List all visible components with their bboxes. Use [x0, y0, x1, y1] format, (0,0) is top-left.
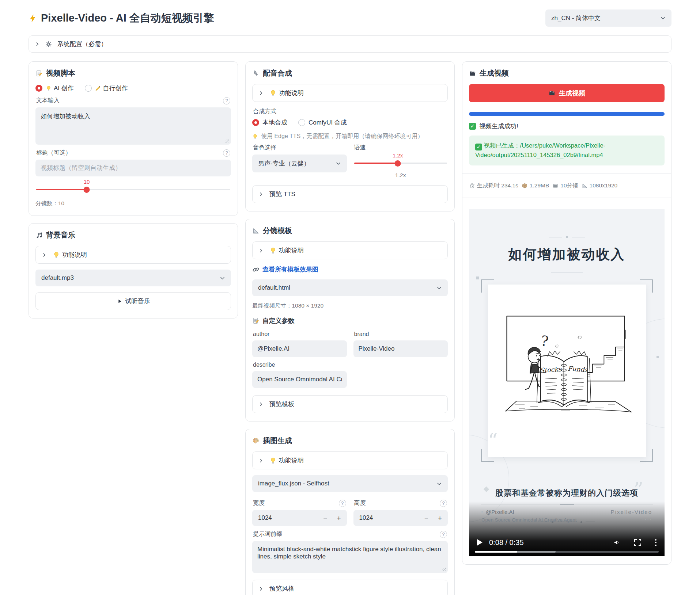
slider-value: 10 [84, 179, 90, 185]
chevron-right-icon [42, 252, 47, 258]
radio-comfyui-synth[interactable]: ComfyUI 合成 [298, 118, 347, 127]
chevron-right-icon [258, 402, 264, 407]
radio-ai-create[interactable]: AI 创作 [35, 84, 74, 92]
help-icon[interactable]: ? [223, 97, 230, 104]
chevron-down-icon [436, 481, 442, 487]
template-file-select[interactable]: default.html [252, 279, 448, 296]
slider-handle[interactable] [84, 187, 90, 193]
author-input[interactable] [252, 340, 347, 357]
radio-local-synth[interactable]: 本地合成 [252, 118, 287, 127]
height-increment[interactable]: + [438, 515, 442, 522]
volume-icon[interactable] [613, 539, 620, 546]
generate-video-button[interactable]: 生成视频 [469, 84, 665, 102]
video-title-input[interactable] [35, 160, 231, 176]
height-decrement[interactable]: − [424, 515, 428, 522]
slider-handle[interactable] [395, 160, 401, 167]
synth-method-label: 合成方式 [253, 108, 276, 115]
help-icon[interactable]: ? [440, 500, 447, 507]
system-config-accordion[interactable]: 系统配置（必需） [29, 35, 671, 53]
width-stepper: −+ [252, 510, 347, 526]
bulb-icon [252, 134, 258, 140]
panel-bg-music: 背景音乐 功能说明 default.mp3 试听音乐 [29, 223, 238, 319]
script-mode-radios: AI 创作 自行创作 [35, 84, 231, 92]
play-music-button[interactable]: 试听音乐 [35, 292, 231, 310]
decor-square [476, 276, 479, 279]
template-preview-accordion[interactable]: 预览模板 [252, 395, 448, 413]
open-quote-mark: “ [488, 431, 498, 450]
headline-underline [551, 272, 583, 273]
radio-self-create[interactable]: 自行创作 [85, 84, 128, 92]
brand-input[interactable] [353, 340, 448, 357]
help-icon[interactable]: ? [339, 500, 346, 507]
describe-input[interactable] [252, 371, 347, 388]
bg-music-title: 背景音乐 [35, 230, 231, 240]
help-icon[interactable]: ? [440, 531, 447, 538]
voice-help-accordion[interactable]: 功能说明 [252, 84, 448, 102]
video-headline: 如何增加被动收入 [469, 245, 665, 264]
video-player[interactable]: 如何增加被动收入 [469, 209, 665, 556]
chevron-right-icon [258, 192, 264, 197]
slider-value: 1.2x [393, 152, 403, 159]
music-help-accordion[interactable]: 功能说明 [35, 246, 231, 264]
tts-preview-accordion[interactable]: 预览 TTS [252, 185, 448, 203]
brand-dots: ···· [611, 517, 652, 522]
illustration-title: 插图生成 [252, 436, 448, 446]
prompt-prefix-input[interactable]: Minimalist black-and-white matchstick fi… [252, 541, 448, 573]
script-text-input[interactable]: 如何增加被动收入 [35, 107, 231, 145]
palette-icon [252, 437, 260, 445]
voice-synth-title: 配音合成 [252, 68, 448, 78]
seek-bar[interactable] [475, 551, 659, 553]
template-help-accordion[interactable]: 功能说明 [252, 241, 448, 259]
triangle-ruler-icon [252, 227, 260, 234]
chevron-right-icon [258, 91, 264, 96]
top-bar: Pixelle-Video - AI 全自动短视频引擎 zh_CN - 简体中文 [29, 9, 671, 27]
height-stepper: −+ [353, 510, 448, 526]
help-icon[interactable]: ? [223, 149, 230, 157]
custom-params-title: 自定义参数 [252, 316, 448, 325]
view-templates-link[interactable]: 查看所有模板效果图 [262, 265, 318, 274]
radio-dot-selected [35, 85, 42, 92]
workflow-select[interactable]: image_flux.json - Selfhost [252, 475, 448, 492]
bulb-icon [269, 89, 277, 97]
panel-video-script: 视频脚本 AI 创作 自行创作 [29, 61, 238, 216]
illustration-zone: Stocks Funds ? [481, 279, 653, 462]
check-icon: ✓ [475, 144, 482, 150]
memo-icon [252, 317, 260, 324]
bulb-icon [269, 457, 277, 464]
stopwatch-icon [469, 183, 475, 189]
result-path-box: ✓ 视频已生成：/Users/puke/Workspace/Pixelle-Vi… [469, 136, 665, 165]
lightning-icon [29, 14, 37, 23]
chevron-down-icon [436, 285, 442, 291]
player-controls: 0:08 / 0:35 [469, 538, 665, 547]
generate-title: 生成视频 [469, 68, 665, 78]
width-increment[interactable]: + [337, 515, 341, 522]
shot-count-text: 分镜数：10 [35, 200, 231, 207]
width-input[interactable] [258, 514, 308, 522]
success-message: ✓ 视频生成成功! [469, 122, 665, 130]
more-options-icon[interactable] [655, 539, 657, 546]
bulb-icon [269, 247, 277, 254]
panel-illustration: 插图生成 功能说明 image_flux.json - Selfhost [245, 429, 455, 595]
play-button[interactable] [477, 539, 483, 546]
system-config-label: 系统配置（必需） [57, 40, 107, 48]
chevron-right-icon [258, 586, 264, 591]
style-preview-accordion[interactable]: 预览风格 [252, 580, 448, 595]
width-decrement[interactable]: − [323, 515, 327, 522]
video-author-sub: Open Source Omnimodal AI Creative Agent [481, 517, 576, 523]
voice-select[interactable]: 男声-专业（云健） [252, 155, 347, 172]
fullscreen-icon[interactable] [634, 539, 641, 546]
music-file-select[interactable]: default.mp3 [35, 270, 231, 286]
sketch-illustration: Stocks Funds ? [488, 285, 646, 457]
height-label: 高度 [354, 499, 366, 507]
app-page: Pixelle-Video - AI 全自动短视频引擎 zh_CN - 简体中文… [0, 0, 700, 595]
language-value: zh_CN - 简体中文 [551, 14, 601, 22]
illustration-help-accordion[interactable]: 功能说明 [252, 451, 448, 469]
height-input[interactable] [359, 514, 409, 522]
link-icon [252, 266, 260, 273]
speed-slider[interactable]: 1.2x [354, 163, 447, 164]
book-left-label: Stocks [540, 365, 562, 374]
language-select[interactable]: zh_CN - 简体中文 [545, 9, 671, 27]
shot-count-slider[interactable]: 10 [36, 189, 230, 190]
prompt-prefix-label: 提示词前缀 [253, 530, 282, 538]
clapper-icon [548, 89, 556, 97]
